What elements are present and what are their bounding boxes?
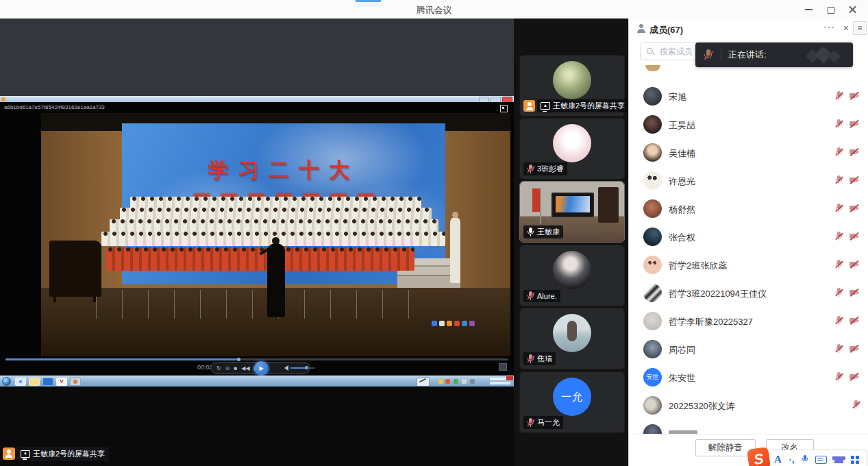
mic-muted-icon (835, 316, 843, 326)
avatar-initials: 一允 (561, 391, 583, 404)
member-row[interactable]: 吴佳楠 (629, 138, 868, 167)
toolbox-icon[interactable] (851, 456, 859, 464)
partial-avatar (645, 65, 660, 71)
mic-muted-icon (835, 204, 843, 213)
thumbnail-screen-share[interactable]: 王敏康2号的屏幕共享 (519, 55, 625, 116)
member-name: 朱安世 (669, 372, 695, 384)
thumbnail-participant[interactable]: Alure. (519, 245, 625, 306)
member-row[interactable]: 20225320张文涛 (629, 391, 868, 419)
member-name: 王昊喆 (669, 119, 695, 132)
sogou-logo-icon[interactable]: S (747, 447, 771, 466)
tray-icon (445, 379, 450, 384)
presenter-icon (3, 447, 15, 460)
mic-muted-icon (835, 260, 843, 269)
thumbnail-active-speaker[interactable]: 王敏康 (519, 181, 625, 243)
member-row[interactable]: 杨舒然 (629, 195, 868, 223)
choir-row (110, 219, 438, 233)
window-title: 腾讯会议 (0, 4, 868, 16)
member-row-partial[interactable] (629, 419, 868, 434)
member-name: 周芯同 (669, 344, 695, 356)
member-avatar (643, 143, 662, 162)
member-name: 吴佳楠 (669, 147, 695, 160)
seek-bar-knob (237, 358, 240, 361)
close-button[interactable] (842, 0, 864, 19)
thumbnail-label: 3班彭睿 (537, 164, 564, 174)
thumbnail-participant[interactable]: 3班彭睿 (519, 118, 625, 180)
video-watermark (432, 321, 475, 326)
member-name: 哲学2班张欣蕊 (669, 260, 727, 272)
speaking-label: 正在讲话: (728, 49, 767, 61)
microphone-stands (96, 290, 428, 319)
member-avatar: 安世 (643, 368, 662, 387)
members-panel: 成员(67) ··· × ≡ 正在讲话: 宋旭 王昊喆 (628, 19, 868, 466)
start-orb-icon (2, 377, 11, 386)
divider (721, 49, 721, 61)
member-row[interactable]: 王昊喆 (629, 110, 868, 138)
soft-keyboard-icon[interactable] (815, 456, 827, 464)
avatar (553, 61, 591, 99)
speaker-icon (284, 365, 288, 371)
input-indicator-icon (417, 378, 430, 387)
tray-icon (470, 379, 475, 384)
member-avatar (643, 199, 662, 218)
choir-performance-video: 学习二十大 (41, 113, 510, 356)
video-thumbnail-strip: 王敏康2号的屏幕共享 3班彭睿 王敏康 (514, 19, 628, 466)
member-avatar (643, 115, 662, 134)
member-avatar (643, 87, 662, 106)
member-row[interactable]: 安世 朱安世 (629, 363, 868, 391)
camera-muted-icon (850, 177, 860, 184)
conductor-silhouette (267, 243, 285, 317)
member-name: 20225320张文涛 (669, 400, 735, 413)
camera-muted-icon (850, 233, 860, 241)
member-avatar (643, 171, 662, 190)
member-row[interactable]: 哲学2班张欣蕊 (629, 251, 868, 279)
members-header: 成员(67) ··· × ≡ (629, 19, 868, 39)
thumbnail-participant[interactable]: 焦瑞 (519, 308, 625, 369)
avatar-initials: 安世 (647, 373, 659, 382)
member-row[interactable]: 许恩光 (629, 167, 868, 195)
thumbnail-label: 焦瑞 (537, 354, 552, 364)
choir-front-row-red (106, 247, 414, 271)
minimize-button[interactable] (798, 0, 820, 19)
member-name: 哲学李昕豫20225327 (669, 316, 753, 328)
skin-icon[interactable] (834, 456, 843, 463)
flag (532, 188, 540, 212)
stop-icon: ■ (234, 365, 237, 371)
piano (49, 241, 101, 297)
panel-menu-icon[interactable]: ≡ (853, 21, 867, 35)
video-filename: a6b1bd61a7e57f85424f83162e1aa1a733 (4, 104, 105, 110)
mic-muted-icon (835, 372, 843, 382)
camera-muted-icon (850, 317, 860, 325)
remote-video-player: a6b1bd61a7e57f85424f83162e1aa1a733 学习二十大 (0, 102, 514, 376)
camera-muted-icon (850, 149, 860, 156)
mic-muted-icon (527, 354, 534, 364)
mic-muted-icon (835, 344, 843, 354)
more-options-icon[interactable]: ··· (823, 21, 835, 32)
input-mode-icon[interactable]: A (774, 454, 782, 465)
unmute-button[interactable]: 解除静音 (695, 439, 756, 456)
mic-muted-icon (835, 232, 843, 241)
remote-taskbar: e V (0, 376, 514, 387)
maximize-restore-button[interactable] (820, 0, 842, 19)
close-panel-icon[interactable]: × (843, 23, 849, 33)
mic-muted-icon (835, 91, 843, 101)
member-row[interactable]: 宋旭 (629, 82, 868, 110)
thumbnail-participant[interactable]: 一允 马一允 (519, 371, 625, 433)
screen-share-icon (541, 102, 550, 110)
members-title: 成员(67) (649, 24, 683, 36)
member-row[interactable]: 周芯同 (629, 335, 868, 363)
avatar: 一允 (553, 378, 591, 416)
member-row[interactable]: 张合权 (629, 223, 868, 251)
mic-muted-icon (704, 49, 712, 61)
red-app-icon: V (56, 378, 67, 386)
voice-input-icon[interactable] (802, 455, 808, 464)
punctuation-icon[interactable]: ·, (789, 454, 795, 465)
member-avatar (643, 312, 662, 330)
member-row[interactable]: 哲学李昕豫20225327 (629, 307, 868, 335)
tray-icon (454, 379, 458, 384)
shared-screen-view: a6b1bd61a7e57f85424f83162e1aa1a733 学习二十大 (0, 19, 514, 466)
tray-icon (462, 379, 467, 384)
mic-muted-icon (835, 175, 843, 185)
presenter-badge: 王敏康2号的屏幕共享 (3, 447, 109, 461)
member-row[interactable]: 哲学3班20221094王佳仪 (629, 279, 868, 307)
